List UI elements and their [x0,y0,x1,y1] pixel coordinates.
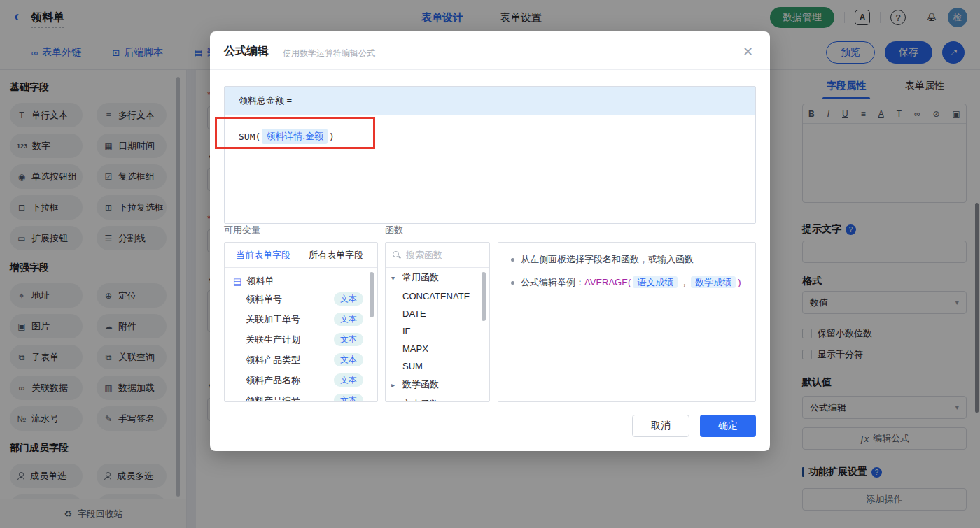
help-panel: 从左侧面板选择字段名和函数，或输入函数 公式编辑举例：AVERAGE(语文成绩，… [498,242,756,402]
type-badge: 文本 [334,333,363,346]
function-group-common[interactable]: ▾常用函数 [386,268,489,287]
search-icon [393,251,400,259]
formula-field-token[interactable]: 领料详情.金额 [262,129,328,144]
modal-subtitle: 使用数学运算符编辑公式 [283,48,375,59]
formula-editor[interactable]: 领料总金额 = SUM( 领料详情.金额 ) [224,86,756,224]
chevron-collapsed-icon: ▸ [391,401,398,403]
help-line-1: 从左侧面板选择字段名和函数，或输入函数 [511,252,743,266]
document-icon: ▤ [233,276,241,287]
variable-row[interactable]: 领料单号文本 [225,289,377,309]
function-group-text[interactable]: ▸文本函数 [386,394,489,402]
function-search [386,243,489,268]
help-example-prefix: 公式编辑举例： [521,277,584,287]
variable-row[interactable]: 关联加工单号文本 [225,309,377,329]
function-search-input[interactable] [406,250,476,260]
variables-panel: 当前表单字段 所有表单字段 ▤ 领料单 领料单号文本 关联加工单号文本 关联生产… [224,242,378,402]
formula-target: 领料总金额 = [225,87,755,115]
tab-current-form-fields[interactable]: 当前表单字段 [236,249,290,262]
type-badge: 文本 [334,353,363,366]
function-item-sum[interactable]: SUM [386,357,489,375]
chevron-expanded-icon: ▾ [391,274,398,282]
function-item-concatenate[interactable]: CONCATENATE [386,287,489,305]
close-icon[interactable]: ✕ [743,44,753,59]
cancel-button[interactable]: 取消 [632,415,690,437]
formula-editor-modal: 公式编辑 使用数学运算符编辑公式 ✕ 领料总金额 = SUM( 领料详情.金额 … [210,31,770,451]
variable-row[interactable]: 领料产品名称文本 [225,370,377,390]
bullet-icon [511,281,514,285]
type-badge: 文本 [334,313,363,326]
chevron-collapsed-icon: ▸ [391,381,398,389]
variable-row[interactable]: 关联生产计划文本 [225,329,377,350]
function-item-mapx[interactable]: MAPX [386,340,489,357]
formula-close-paren: ) [329,131,335,142]
formula-body[interactable]: SUM( 领料详情.金额 ) [225,115,755,224]
help-close-paren: ) [738,277,741,287]
type-badge: 文本 [334,292,363,306]
app-screen: ‹ 领料单 表单设计 表单设置 数据管理 A ? 🕭 检 ∞表单外链 ⊡后端脚本… [0,0,980,528]
formula-function-text: SUM( [239,131,260,142]
variable-row[interactable]: 领料产品编号文本 [225,390,377,402]
tab-all-form-fields[interactable]: 所有表单字段 [309,249,363,262]
confirm-button[interactable]: 确定 [700,415,756,437]
divider [210,69,770,70]
bullet-icon [511,258,514,262]
variable-row[interactable]: 领料产品类型文本 [225,350,377,370]
functions-scrollbar[interactable] [482,272,486,321]
variables-tree-root[interactable]: ▤ 领料单 [225,268,377,289]
function-group-math[interactable]: ▸数学函数 [386,375,489,394]
help-token-math-score: 数学成绩 [691,276,736,288]
help-example-function: AVERAGE( [584,277,631,287]
function-item-date[interactable]: DATE [386,305,489,322]
type-badge: 文本 [334,394,363,402]
variables-label: 可用变量 [224,224,260,236]
variables-scrollbar[interactable] [370,272,374,317]
help-token-chinese-score: 语文成绩 [633,276,678,288]
functions-panel: ▾常用函数 CONCATENATE DATE IF MAPX SUM ▸数学函数… [385,242,490,402]
functions-label: 函数 [385,224,403,236]
function-item-if[interactable]: IF [386,322,489,340]
help-line-2: 公式编辑举例：AVERAGE(语文成绩，数学成绩) [511,276,743,290]
modal-title: 公式编辑 [224,44,269,59]
type-badge: 文本 [334,373,363,387]
help-comma: ， [680,277,689,287]
